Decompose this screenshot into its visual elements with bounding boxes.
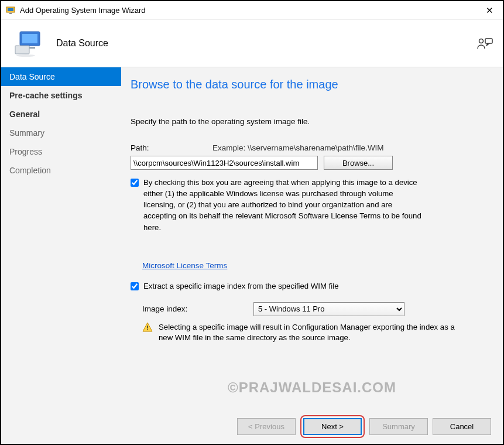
summary-button: Summary (369, 418, 428, 435)
svg-rect-11 (147, 329, 148, 330)
sidebar-step-progress[interactable]: Progress (1, 142, 121, 161)
path-label: Path: (131, 143, 212, 152)
wizard-main: Browse to the data source for the image … (121, 67, 503, 409)
svg-rect-9 (485, 39, 492, 43)
app-icon (6, 6, 15, 15)
warning-icon (142, 322, 153, 344)
sidebar-step-data-source[interactable]: Data Source (1, 67, 121, 86)
close-icon[interactable]: ✕ (481, 5, 498, 16)
titlebar: Add Operating System Image Wizard ✕ (1, 1, 503, 20)
index-label: Image index: (142, 304, 253, 313)
watermark: ©PRAJWALDESAI.COM (228, 379, 396, 396)
cancel-button[interactable]: Cancel (433, 418, 491, 435)
sidebar-step-summary[interactable]: Summary (1, 124, 121, 142)
sidebar-step-precache[interactable]: Pre-cache settings (1, 86, 121, 105)
browse-button[interactable]: Browse... (324, 156, 393, 170)
page-heading: Browse to the data source for the image (131, 78, 486, 91)
window-title: Add Operating System Image Wizard (20, 6, 481, 15)
agree-text: By checking this box you are agreeing th… (143, 177, 424, 233)
extract-text: Extract a specific image index from the … (143, 280, 338, 292)
svg-point-7 (16, 54, 35, 57)
previous-button: < Previous (237, 418, 296, 435)
extract-checkbox[interactable] (131, 282, 139, 290)
warning-text: Selecting a specific image will result i… (159, 322, 458, 344)
instruction-text: Specify the path to the operating system… (131, 117, 486, 126)
path-input[interactable] (131, 156, 318, 170)
page-subtitle: Data Source (56, 38, 108, 49)
computer-icon (13, 29, 46, 57)
sidebar-step-completion[interactable]: Completion (1, 161, 121, 180)
wizard-sidebar: Data Source Pre-cache settings General S… (1, 67, 121, 409)
image-index-select[interactable]: 5 - Windows 11 Pro (253, 302, 404, 316)
wizard-footer: < Previous Next > Summary Cancel (1, 409, 503, 444)
next-button[interactable]: Next > (303, 418, 362, 435)
svg-rect-1 (8, 8, 13, 11)
sidebar-step-general[interactable]: General (1, 105, 121, 124)
svg-rect-6 (15, 46, 29, 54)
svg-point-8 (479, 39, 484, 43)
license-terms-link[interactable]: Microsoft License Terms (142, 261, 227, 270)
feedback-icon[interactable] (477, 37, 491, 50)
path-example: Example: \\servername\sharename\path\fil… (212, 143, 384, 152)
agree-checkbox[interactable] (131, 179, 139, 187)
svg-rect-2 (9, 13, 12, 14)
svg-rect-10 (147, 326, 148, 328)
svg-rect-4 (22, 34, 37, 43)
wizard-header: Data Source (1, 20, 503, 67)
next-highlight: Next > (300, 415, 365, 438)
